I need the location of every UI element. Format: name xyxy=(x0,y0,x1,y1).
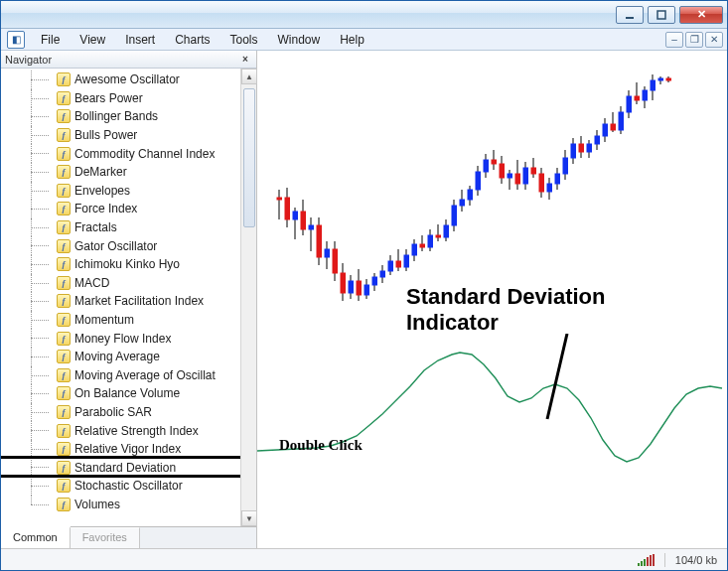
mdi-minimize-button[interactable]: – xyxy=(665,32,683,48)
function-icon: f xyxy=(57,239,71,253)
window-maximize-button[interactable] xyxy=(648,6,675,24)
svg-rect-91 xyxy=(627,96,632,112)
svg-rect-93 xyxy=(635,96,640,100)
menu-file[interactable]: File xyxy=(31,31,70,49)
svg-rect-83 xyxy=(595,136,600,144)
indicator-item[interactable]: fBulls Power xyxy=(1,126,240,145)
navigator-scrollbar[interactable]: ▲ ▼ xyxy=(240,69,256,526)
svg-rect-99 xyxy=(658,78,663,80)
svg-rect-47 xyxy=(452,206,457,225)
function-icon: f xyxy=(57,313,71,327)
svg-line-102 xyxy=(547,334,567,419)
svg-rect-49 xyxy=(460,200,465,206)
function-icon: f xyxy=(57,442,71,456)
function-icon: f xyxy=(57,257,71,271)
function-icon: f xyxy=(57,276,71,290)
indicator-item[interactable]: fStandard Deviation xyxy=(1,458,240,477)
indicator-item[interactable]: fRelative Vigor Index xyxy=(1,440,240,459)
indicator-label: Moving Average xyxy=(74,350,160,363)
tab-common[interactable]: Common xyxy=(1,526,71,548)
indicator-item[interactable]: fStochastic Oscillator xyxy=(1,477,240,496)
menu-view[interactable]: View xyxy=(70,31,115,49)
indicator-label: Momentum xyxy=(74,313,134,327)
indicator-item[interactable]: fRelative Strength Index xyxy=(1,421,240,440)
navigator-tree: fAwesome OscillatorfBears PowerfBollinge… xyxy=(1,69,240,526)
indicator-item[interactable]: fMarket Facilitation Index xyxy=(1,292,240,311)
indicator-label: Envelopes xyxy=(74,184,130,198)
function-icon: f xyxy=(57,386,71,400)
function-icon: f xyxy=(57,147,71,161)
function-icon: f xyxy=(57,128,71,142)
mdi-controls: – ❐ ✕ xyxy=(665,32,723,48)
indicator-item[interactable]: fDeMarker xyxy=(1,163,240,182)
function-icon: f xyxy=(57,72,71,86)
window-close-button[interactable]: ✕ xyxy=(679,6,723,24)
menu-help[interactable]: Help xyxy=(330,31,374,49)
indicator-label: Bears Power xyxy=(74,91,143,105)
indicator-item[interactable]: fIchimoku Kinko Hyo xyxy=(1,255,240,274)
indicator-item[interactable]: fEnvelopes xyxy=(1,182,240,201)
indicator-item[interactable]: fCommodity Channel Index xyxy=(1,144,240,163)
chart-area[interactable]: Standard DeviationIndicator Double Click xyxy=(257,51,727,548)
indicator-item[interactable]: fOn Balance Volume xyxy=(1,384,240,403)
window-minimize-button[interactable] xyxy=(616,6,644,24)
indicator-item[interactable]: fBollinger Bands xyxy=(1,107,240,126)
svg-rect-95 xyxy=(643,90,648,100)
menu-window[interactable]: Window xyxy=(268,31,331,49)
svg-rect-63 xyxy=(515,174,520,184)
mdi-restore-button[interactable]: ❐ xyxy=(685,32,703,48)
function-icon: f xyxy=(57,91,71,105)
titlebar: ✕ xyxy=(1,1,727,29)
tab-favorites[interactable]: Favorites xyxy=(71,527,140,548)
indicator-item[interactable]: fMomentum xyxy=(1,311,240,330)
navigator-panel: Navigator × fAwesome OscillatorfBears Po… xyxy=(1,51,257,548)
navigator-close-button[interactable]: × xyxy=(238,53,252,67)
indicator-item[interactable]: fForce Index xyxy=(1,200,240,218)
svg-rect-1 xyxy=(657,11,665,19)
indicator-item[interactable]: fMoving Average xyxy=(1,348,240,366)
indicator-item[interactable]: fBears Power xyxy=(1,89,240,108)
function-icon: f xyxy=(57,294,71,308)
svg-rect-31 xyxy=(388,261,393,271)
svg-rect-77 xyxy=(571,144,576,158)
indicator-label: Ichimoku Kinko Hyo xyxy=(74,257,180,271)
scroll-thumb[interactable] xyxy=(243,88,255,227)
svg-rect-27 xyxy=(372,277,377,285)
indicator-label: DeMarker xyxy=(74,165,127,179)
scroll-up-button[interactable]: ▲ xyxy=(241,69,257,84)
indicator-item[interactable]: fGator Oscillator xyxy=(1,236,240,255)
svg-rect-19 xyxy=(341,273,346,293)
svg-rect-69 xyxy=(539,174,544,192)
indicator-item[interactable]: fMoving Average of Oscillat xyxy=(1,366,240,385)
function-icon: f xyxy=(57,498,71,511)
app-icon: ◧ xyxy=(7,31,25,49)
svg-rect-45 xyxy=(444,225,449,237)
svg-rect-33 xyxy=(396,261,401,267)
function-icon: f xyxy=(57,332,71,346)
svg-rect-25 xyxy=(364,285,369,295)
svg-rect-15 xyxy=(325,249,330,257)
connection-bars-icon xyxy=(638,554,655,566)
scroll-down-button[interactable]: ▼ xyxy=(241,510,257,526)
indicator-item[interactable]: fMACD xyxy=(1,274,240,293)
mdi-close-button[interactable]: ✕ xyxy=(705,32,723,48)
indicator-label: On Balance Volume xyxy=(74,386,180,400)
indicator-label: Force Index xyxy=(74,202,137,215)
indicator-item[interactable]: fVolumes xyxy=(1,496,240,514)
menu-tools[interactable]: Tools xyxy=(220,31,268,49)
svg-rect-21 xyxy=(349,281,354,293)
indicator-item[interactable]: fFractals xyxy=(1,218,240,237)
menu-insert[interactable]: Insert xyxy=(115,31,165,49)
svg-rect-11 xyxy=(309,225,314,229)
function-icon: f xyxy=(57,479,71,493)
function-icon: f xyxy=(57,461,71,475)
menu-charts[interactable]: Charts xyxy=(165,31,219,49)
indicator-label: Parabolic SAR xyxy=(74,405,152,419)
indicator-item[interactable]: fParabolic SAR xyxy=(1,403,240,422)
function-icon: f xyxy=(57,424,71,438)
indicator-item[interactable]: fAwesome Oscillator xyxy=(1,71,240,89)
indicator-item[interactable]: fMoney Flow Index xyxy=(1,329,240,348)
indicator-label: MACD xyxy=(74,276,109,290)
indicator-label: Bulls Power xyxy=(74,128,137,142)
indicator-label: Relative Strength Index xyxy=(74,424,199,438)
